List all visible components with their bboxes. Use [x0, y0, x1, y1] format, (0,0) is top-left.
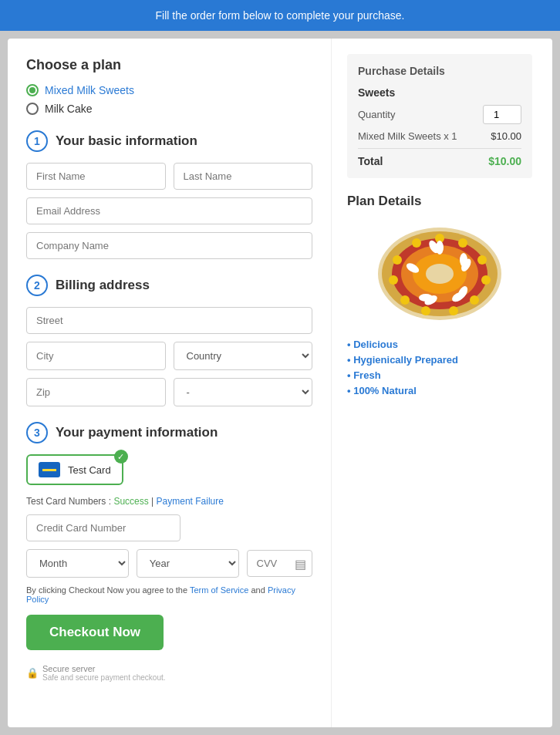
svg-point-11 [449, 306, 458, 315]
top-banner: Fill the order form below to complete yo… [0, 0, 560, 31]
street-input[interactable] [26, 307, 312, 334]
first-name-input[interactable] [26, 163, 166, 190]
plan-option-cake[interactable]: Milk Cake [26, 103, 312, 115]
svg-point-10 [470, 295, 479, 305]
step3-heading: 3 Your payment information [26, 422, 312, 443]
total-price: $10.00 [488, 155, 521, 167]
radio-cake-icon [26, 103, 39, 115]
company-row [26, 232, 312, 259]
quantity-input[interactable] [483, 105, 521, 124]
svg-point-7 [458, 238, 467, 248]
test-card-info: Test Card Numbers : Success | Payment Fa… [26, 496, 312, 507]
step2-circle: 2 [26, 275, 48, 296]
tos-link[interactable]: Term of Service [190, 585, 248, 595]
step1-circle: 1 [26, 130, 48, 152]
total-label: Total [358, 155, 383, 167]
purchase-details-box: Purchase Details Sweets Quantity Mixed M… [347, 54, 532, 178]
secure-sub: Safe and secure payment checkout. [42, 673, 166, 682]
item-price: $10.00 [491, 130, 521, 142]
email-row [26, 197, 312, 224]
card-icon [39, 462, 60, 477]
quantity-row: Quantity [358, 105, 521, 124]
purchase-details-title: Purchase Details [358, 65, 521, 77]
plan-feature-2: Fresh [347, 369, 532, 381]
svg-point-5 [426, 264, 454, 284]
secure-text-block: Secure server Safe and secure payment ch… [42, 664, 166, 682]
terms-middle: and [251, 585, 267, 595]
last-name-input[interactable] [174, 163, 313, 190]
year-select[interactable]: Year 2024 2025 2026 2027 2028 [137, 549, 239, 578]
svg-point-16 [412, 238, 421, 248]
name-row [26, 163, 312, 190]
svg-point-14 [389, 275, 398, 285]
check-badge: ✓ [114, 450, 128, 464]
test-card-option[interactable]: Test Card ✓ [26, 454, 123, 485]
svg-point-23 [460, 253, 467, 267]
plan-feature-0: Delicious [347, 339, 532, 350]
plan-cake-label: Milk Cake [45, 103, 92, 115]
test-card-info-label: Test Card Numbers : [26, 496, 111, 507]
choose-plan-title: Choose a plan [26, 57, 312, 73]
svg-point-8 [477, 255, 487, 265]
email-input[interactable] [26, 197, 312, 224]
banner-text: Fill the order form below to complete yo… [156, 9, 405, 22]
test-card-label: Test Card [68, 464, 111, 476]
item-row: Mixed Milk Sweets x 1 $10.00 [358, 130, 521, 142]
plan-feature-3: 100% Natural [347, 385, 532, 396]
zip-state-row: - [26, 378, 312, 406]
left-panel: Choose a plan Mixed Milk Sweets Milk Cak… [8, 39, 332, 727]
country-select[interactable]: Country United States United Kingdom Can… [174, 342, 313, 370]
svg-point-9 [481, 275, 491, 285]
plan-features-list: DeliciousHygienically PreparedFresh100% … [347, 339, 532, 396]
street-row [26, 307, 312, 334]
cc-row [26, 514, 312, 541]
step2-title: Billing address [56, 278, 150, 293]
step3-circle: 3 [26, 422, 48, 443]
plan-mixed-label: Mixed Milk Sweets [45, 84, 134, 96]
city-input[interactable] [26, 342, 166, 370]
svg-point-15 [393, 255, 402, 265]
month-select[interactable]: Month 01 02 03 04 05 06 07 08 09 10 11 1… [26, 549, 129, 578]
secure-label: Secure server [42, 664, 166, 673]
plan-option-mixed[interactable]: Mixed Milk Sweets [26, 84, 312, 96]
radio-mixed-inner [29, 87, 35, 93]
step2-heading: 2 Billing address [26, 275, 312, 296]
svg-point-13 [400, 295, 410, 305]
zip-input[interactable] [26, 378, 166, 406]
card-icon-stripe [42, 469, 56, 471]
cvv-wrapper: ▤ [247, 550, 312, 577]
right-panel: Purchase Details Sweets Quantity Mixed M… [332, 39, 548, 727]
state-select[interactable]: - [174, 378, 313, 406]
quantity-label: Quantity [358, 109, 395, 120]
lock-icon: 🔒 [26, 667, 39, 679]
company-input[interactable] [26, 232, 312, 259]
cc-input[interactable] [26, 514, 180, 541]
plan-details-title: Plan Details [347, 194, 532, 209]
food-plate-image [370, 220, 509, 328]
plan-feature-1: Hygienically Prepared [347, 354, 532, 366]
svg-point-12 [421, 306, 430, 315]
main-container: Choose a plan Mixed Milk Sweets Milk Cak… [8, 39, 552, 727]
step1-heading: 1 Your basic information [26, 130, 312, 152]
purchase-category: Sweets [358, 86, 521, 99]
step1-title: Your basic information [56, 133, 197, 149]
item-label: Mixed Milk Sweets x 1 [358, 130, 457, 142]
cvv-row: Month 01 02 03 04 05 06 07 08 09 10 11 1… [26, 549, 312, 578]
cvv-card-icon: ▤ [295, 556, 306, 571]
checkout-button[interactable]: Checkout Now [26, 615, 164, 650]
city-country-row: Country United States United Kingdom Can… [26, 342, 312, 370]
step3-title: Your payment information [56, 425, 218, 440]
failure-link[interactable]: Payment Failure [157, 496, 224, 507]
total-row: Total $10.00 [358, 148, 521, 167]
terms-before: By clicking Checkout Now you agree to th… [26, 585, 190, 595]
secure-info: 🔒 Secure server Safe and secure payment … [26, 664, 312, 682]
radio-mixed-icon [26, 84, 39, 96]
terms-text: By clicking Checkout Now you agree to th… [26, 585, 312, 604]
success-link[interactable]: Success [113, 496, 148, 507]
